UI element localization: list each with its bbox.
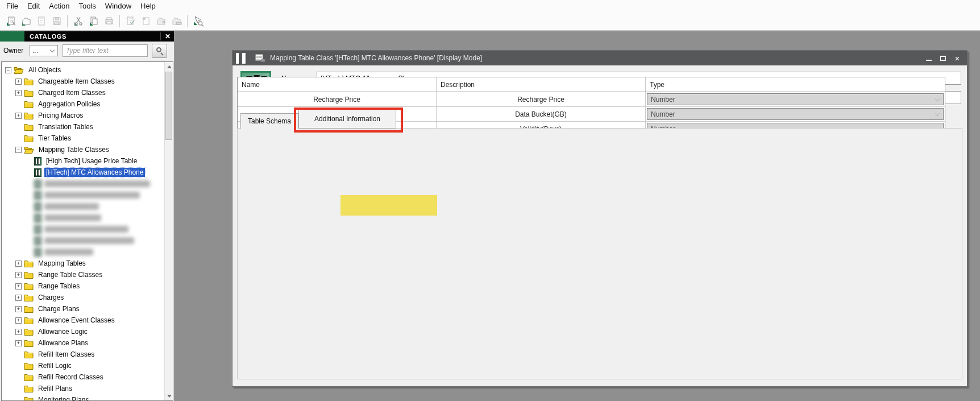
table-row: Recharge PriceRecharge PriceNumber [238, 92, 945, 107]
paste-icon[interactable] [101, 14, 117, 28]
tree-item-hidden[interactable] [2, 178, 164, 189]
tree-item-hidden[interactable] [2, 235, 164, 246]
tree-item-chargeable-item-classes[interactable]: +Chargeable Item Classes [2, 76, 164, 87]
table-icon [34, 157, 41, 166]
search-button[interactable] [152, 44, 167, 58]
table-icon [34, 225, 41, 234]
tree-item-hidden[interactable] [2, 224, 164, 235]
owner-dropdown-value: ... [32, 47, 38, 55]
tree-item-allowance-logic[interactable]: +Allowance Logic [2, 326, 164, 337]
scroll-down-icon[interactable] [165, 391, 173, 400]
toolbar [0, 12, 980, 31]
type-dropdown: Number [647, 93, 944, 105]
expand-icon[interactable]: + [15, 306, 22, 312]
table-icon [34, 248, 41, 257]
tree-item-allowance-event-classes[interactable]: +Allowance Event Classes [2, 315, 164, 326]
tree-item-label: Translation Tables [36, 122, 95, 131]
minimize-button[interactable] [923, 53, 935, 63]
tree-item--high-tech-usage-price-table[interactable]: [High Tech] Usage Price Table [2, 155, 164, 167]
view-object-icon[interactable] [34, 14, 49, 28]
open-catalog-icon[interactable] [18, 14, 34, 28]
owner-dropdown[interactable]: ... [30, 45, 58, 56]
tree-item-charge-plans[interactable]: +Charge Plans [2, 303, 164, 315]
close-icon[interactable]: ✕ [160, 32, 171, 40]
folder-icon [24, 385, 34, 392]
tree-item-hidden[interactable] [2, 201, 164, 212]
menu-item-help[interactable]: Help [136, 1, 160, 11]
expand-icon[interactable]: + [15, 90, 22, 96]
expand-icon[interactable]: + [15, 261, 22, 267]
tree-item-label: Charged Item Classes [36, 88, 107, 97]
tree-item-label: Chargeable Item Classes [36, 77, 117, 86]
folder-icon [24, 362, 34, 370]
scrollbar-thumb[interactable] [165, 72, 172, 140]
maximize-button[interactable] [937, 53, 949, 63]
table-icon [34, 180, 41, 188]
tree-item-hidden[interactable] [2, 189, 164, 201]
tab-additional-information[interactable]: Additional Information [298, 109, 396, 129]
new-item-icon[interactable] [3, 14, 18, 28]
tree-item-label: Refill Plans [36, 384, 74, 393]
copy-icon[interactable] [86, 14, 101, 28]
tree-item-hidden[interactable] [2, 246, 164, 258]
column-header-description: Description [437, 77, 646, 92]
tree-item-label: Allowance Plans [36, 338, 90, 348]
tree-item-allowance-plans[interactable]: +Allowance Plans [2, 337, 164, 349]
tree-item--htech-mtc-allowances-phone[interactable]: [HTech] MTC Allowances Phone [2, 167, 164, 178]
expand-icon[interactable]: + [15, 317, 22, 324]
tree-item-refill-item-classes[interactable]: Refill Item Classes [2, 349, 164, 360]
tree-item-refill-plans[interactable]: Refill Plans [2, 383, 164, 394]
cut-icon[interactable] [70, 14, 86, 28]
expand-icon[interactable]: + [15, 283, 22, 290]
tree-item-aggregation-policies[interactable]: Aggregation Policies [2, 98, 164, 110]
expand-icon[interactable]: + [15, 340, 22, 346]
toolbar-separator [119, 15, 120, 27]
expand-icon[interactable]: + [15, 295, 22, 301]
expand-icon[interactable]: + [15, 78, 22, 85]
tree-item-pricing-macros[interactable]: +Pricing Macros [2, 110, 164, 121]
menu-item-file[interactable]: File [2, 1, 23, 11]
tab-table-schema[interactable]: Table Schema [240, 113, 298, 129]
catalogs-title-bar: CATALOGS ✕ [24, 31, 174, 42]
tree-item-range-tables[interactable]: +Range Tables [2, 280, 164, 292]
expand-icon[interactable]: + [15, 329, 22, 335]
save-icon[interactable] [49, 14, 64, 28]
tree-item-charges[interactable]: +Charges [2, 292, 164, 303]
tree-item-tier-tables[interactable]: Tier Tables [2, 133, 164, 144]
scroll-up-icon[interactable] [165, 62, 173, 71]
menu-item-edit[interactable]: Edit [23, 1, 44, 11]
cell-type: Number [646, 107, 945, 121]
filter-input[interactable] [63, 44, 148, 57]
validate-icon[interactable] [123, 14, 138, 28]
expand-icon[interactable]: + [15, 272, 22, 278]
tree-item-range-table-classes[interactable]: +Range Table Classes [2, 269, 164, 280]
tree-item-hidden[interactable] [2, 212, 164, 224]
menu-item-window[interactable]: Window [101, 1, 136, 11]
catalogs-panel: CATALOGS ✕ Owner ... −All Objects+Charge… [0, 31, 175, 401]
table-icon [34, 214, 41, 222]
discard-icon[interactable] [138, 14, 153, 28]
folder-icon [24, 77, 34, 85]
delete-icon[interactable] [153, 14, 169, 28]
tree-item-mapping-table-classes[interactable]: −Mapping Table Classes [2, 144, 164, 155]
tree-item-refill-logic[interactable]: Refill Logic [2, 360, 164, 371]
collapse-icon[interactable]: − [5, 67, 11, 73]
blurred-label [44, 249, 93, 255]
table-icon [34, 168, 41, 177]
tree-item-charged-item-classes[interactable]: +Charged Item Classes [2, 87, 164, 98]
mapping-table-class-window: Mapping Table Class '[HTech] MTC Allowan… [232, 50, 967, 387]
tree-item-label: Aggregation Policies [36, 100, 102, 109]
close-button[interactable]: × [951, 53, 964, 63]
tree-item-translation-tables[interactable]: Translation Tables [2, 121, 164, 133]
tree-item-refill-record-classes[interactable]: Refill Record Classes [2, 371, 164, 383]
tree-item-monitoring-plans[interactable]: Monitoring Plans [2, 394, 164, 401]
tree-item-mapping-tables[interactable]: +Mapping Tables [2, 258, 164, 269]
menu-item-action[interactable]: Action [44, 1, 74, 11]
tree-item-all-objects[interactable]: −All Objects [2, 64, 164, 76]
inspect-icon[interactable] [190, 14, 206, 28]
collapse-icon[interactable]: − [15, 147, 22, 153]
expand-icon[interactable]: + [15, 113, 22, 119]
tree-scrollbar[interactable] [164, 62, 173, 400]
menu-item-tools[interactable]: Tools [74, 1, 101, 11]
rename-icon[interactable] [169, 14, 184, 28]
